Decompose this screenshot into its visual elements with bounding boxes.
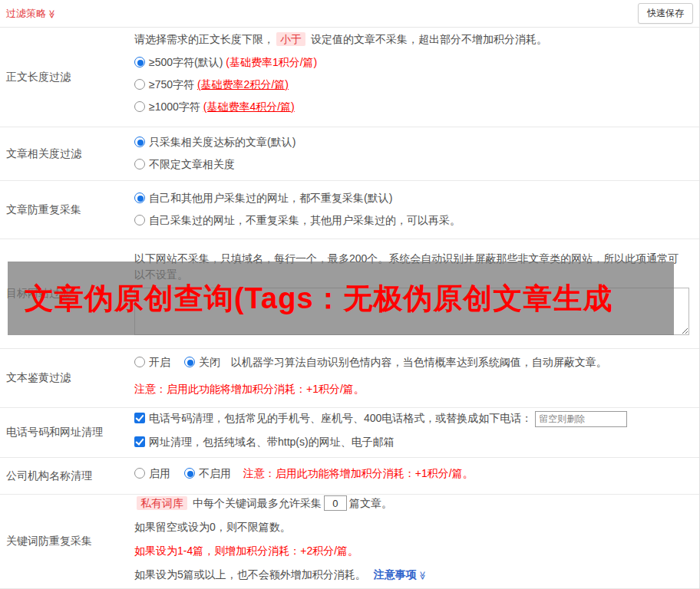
radio-company-off[interactable] — [184, 468, 195, 479]
length-intro-part1: 请选择需求的正文长度下限， — [134, 33, 274, 45]
row-label-content-length: 正文长度过滤 — [0, 71, 134, 84]
row-content: 电话号码清理，包括常见的手机号、座机号、400电话格式，或替换成如下电话： 网址… — [134, 403, 699, 462]
relevance-option-strict[interactable]: 只采集相关度达标的文章(默认) — [134, 136, 693, 150]
porn-option-off[interactable]: 关闭 — [184, 356, 220, 368]
watermark-text: 文章伪原创查询(Tags：无极伪原创文章生成 — [8, 279, 613, 318]
row-label-dedup: 文章防重复采集 — [0, 203, 134, 217]
radio-relevance-strict[interactable] — [134, 137, 145, 147]
keyword-limit-text-a: 中每个关键词最多允许采集 — [190, 497, 322, 509]
company-option-off-label: 不启用 — [199, 467, 231, 479]
row-porn-filter: 开启 关闭 以机器学习算法自动识别色情内容，当色情概率达到系统阈值，自动屏蔽文章… — [0, 349, 699, 408]
radio-porn-off[interactable] — [184, 357, 195, 367]
radio-dedup-self[interactable] — [134, 215, 145, 225]
keyword-note-cost: 如果设为1-4篇，则增加积分消耗：+2积分/篇。 — [134, 543, 693, 559]
row-label-relevance: 文章相关度过滤 — [0, 147, 134, 161]
phone-cleanup-option[interactable]: 电话号码清理，包括常见的手机号、座机号、400电话格式，或替换成如下电话： — [134, 410, 693, 427]
dedup-option-global[interactable]: 自己和其他用户采集过的网址，都不重复采集(默认) — [134, 192, 693, 206]
porn-option-on-label: 开启 — [149, 356, 170, 368]
dedup-option-self-label: 自己采集过的网址，不重复采集，其他用户采集过的，可以再采。 — [149, 214, 461, 226]
company-option-on[interactable]: 启用 — [134, 467, 170, 479]
length-option-1000-label: ≥1000字符 — [149, 100, 203, 113]
radio-dedup-global[interactable] — [134, 192, 145, 203]
checkbox-phone-cleanup[interactable] — [134, 413, 145, 423]
checkbox-url-cleanup[interactable] — [134, 436, 145, 447]
keyword-note-five-text: 如果设为5篇或以上，也不会额外增加积分消耗。 — [134, 568, 366, 581]
row-content: 私有词库 中每个关键词最多允许采集篇文章。 如果留空或设为0，则不限篇数。 如果… — [134, 488, 699, 589]
relevance-option-any[interactable]: 不限定文章相关度 — [134, 158, 693, 172]
section-title-text: 过滤策略 — [6, 8, 46, 19]
length-option-500-label: ≥500字符(默认) — [149, 56, 226, 68]
length-option-1000[interactable]: ≥1000字符 (基础费率4积分/篇) — [134, 100, 693, 114]
keyword-limit-input[interactable] — [324, 495, 347, 511]
dedup-option-global-label: 自己和其他用户采集过的网址，都不重复采集(默认) — [149, 192, 392, 204]
row-keyword-dedup: 关键词防重复采集 私有词库 中每个关键词最多允许采集篇文章。 如果留空或设为0，… — [0, 495, 699, 589]
phone-replace-input[interactable] — [535, 411, 627, 427]
keyword-limit-line: 私有词库 中每个关键词最多允许采集篇文章。 — [134, 495, 693, 512]
radio-length-1000[interactable] — [134, 101, 145, 112]
length-option-500-note: (基础费率1积分/篇) — [226, 56, 317, 68]
row-label-porn: 文本鉴黄过滤 — [0, 371, 134, 385]
length-option-750-note: (基础费率2积分/篇) — [197, 78, 289, 90]
radio-porn-on[interactable] — [134, 357, 145, 367]
url-cleanup-label: 网址清理，包括纯域名、带http(s)的网址、电子邮箱 — [149, 436, 395, 448]
porn-options-line: 开启 关闭 以机器学习算法自动识别色情内容，当色情概率达到系统阈值，自动屏蔽文章… — [134, 354, 693, 370]
radio-length-750[interactable] — [134, 79, 145, 90]
row-label-company: 公司机构名称清理 — [0, 469, 134, 483]
keyword-limit-text-b: 篇文章。 — [349, 497, 392, 509]
company-cost-note: 注意：启用此功能将增加积分消耗：+1积分/篇。 — [243, 467, 474, 479]
company-options-line: 启用 不启用 注意：启用此功能将增加积分消耗：+1积分/篇。 — [134, 466, 693, 482]
relevance-option-strict-label: 只采集相关度达标的文章(默认) — [149, 136, 296, 148]
private-lexicon-highlight: 私有词库 — [137, 496, 187, 510]
dedup-option-self[interactable]: 自己采集过的网址，不重复采集，其他用户采集过的，可以再采。 — [134, 214, 693, 228]
company-option-off[interactable]: 不启用 — [184, 467, 231, 479]
length-option-750-label: ≥750字符 — [149, 78, 197, 90]
notice-link[interactable]: 注意事项≫ — [374, 568, 428, 581]
length-intro-part2: 设定值的文章不采集，超出部分不增加积分消耗。 — [308, 33, 547, 45]
notice-link-text: 注意事项 — [374, 568, 417, 581]
radio-company-on[interactable] — [134, 468, 145, 479]
collapse-chevron-icon: ≫ — [47, 9, 57, 18]
company-option-on-label: 启用 — [149, 467, 170, 479]
row-relevance-filter: 文章相关度过滤 只采集相关度达标的文章(默认) 不限定文章相关度 — [0, 127, 699, 181]
radio-relevance-any[interactable] — [134, 159, 145, 169]
keyword-note-five: 如果设为5篇或以上，也不会额外增加积分消耗。 注意事项≫ — [134, 567, 693, 584]
keyword-note-zero: 如果留空或设为0，则不限篇数。 — [134, 519, 693, 535]
length-intro: 请选择需求的正文长度下限，小于 设定值的文章不采集，超出部分不增加积分消耗。 — [134, 31, 693, 48]
porn-option-on[interactable]: 开启 — [134, 356, 170, 368]
porn-desc: 以机器学习算法自动识别色情内容，当色情概率达到系统阈值，自动屏蔽文章。 — [231, 356, 607, 368]
notice-chevron-icon: ≫ — [414, 571, 431, 580]
length-option-500[interactable]: ≥500字符(默认) (基础费率1积分/篇) — [134, 56, 693, 70]
phone-cleanup-label: 电话号码清理，包括常见的手机号、座机号、400电话格式，或替换成如下电话： — [149, 412, 532, 424]
porn-option-off-label: 关闭 — [199, 356, 220, 368]
row-phone-url-cleanup: 电话号码和网址清理 电话号码清理，包括常见的手机号、座机号、400电话格式，或替… — [0, 408, 699, 458]
relevance-option-any-label: 不限定文章相关度 — [149, 158, 235, 170]
watermark-overlay-banner: 文章伪原创查询(Tags：无极伪原创文章生成 — [8, 262, 674, 335]
quick-save-button[interactable]: 快速保存 — [638, 3, 693, 24]
url-cleanup-option[interactable]: 网址清理，包括纯域名、带http(s)的网址、电子邮箱 — [134, 434, 693, 450]
row-label-keyword: 关键词防重复采集 — [0, 535, 134, 548]
row-label-phone-url: 电话号码和网址清理 — [0, 426, 134, 439]
row-dedup-filter: 文章防重复采集 自己和其他用户采集过的网址，都不重复采集(默认) 自己采集过的网… — [0, 181, 699, 239]
filter-strategy-page: 过滤策略≫ 快速保存 正文长度过滤 请选择需求的正文长度下限，小于 设定值的文章… — [0, 0, 700, 589]
radio-length-500[interactable] — [134, 57, 145, 67]
length-option-750[interactable]: ≥750字符 (基础费率2积分/篇) — [134, 78, 693, 92]
length-option-1000-note: (基础费率4积分/篇) — [203, 100, 295, 113]
row-content: 自己和其他用户采集过的网址，都不重复采集(默认) 自己采集过的网址，不重复采集，… — [134, 176, 699, 244]
row-content-length-filter: 正文长度过滤 请选择需求的正文长度下限，小于 设定值的文章不采集，超出部分不增加… — [0, 28, 699, 127]
less-than-highlight: 小于 — [276, 32, 305, 46]
porn-cost-note: 注意：启用此功能将增加积分消耗：+1积分/篇。 — [134, 381, 693, 397]
section-title[interactable]: 过滤策略≫ — [6, 7, 57, 21]
row-content: 请选择需求的正文长度下限，小于 设定值的文章不采集，超出部分不增加积分消耗。 ≥… — [134, 24, 699, 130]
